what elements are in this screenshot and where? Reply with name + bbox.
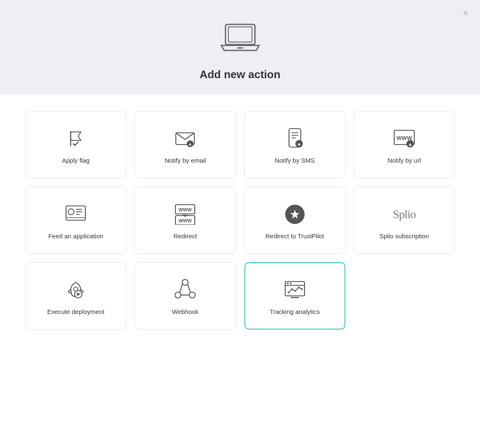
action-label-execute-deployment: Execute deployment [47,307,104,316]
action-card-apply-flag[interactable]: Apply flag [25,111,126,178]
add-action-modal: Add new action × Apply flag [0,0,480,448]
action-card-feed-application[interactable]: Feed an application [25,187,126,254]
action-label-redirect-trustpilot: Redirect to TrustPilot [265,232,324,240]
feed-icon [64,203,87,226]
modal-body: Apply flag ▲ Notify by email [0,94,480,448]
action-label-redirect: Redirect [173,232,197,240]
action-label-notify-email: Notify by email [164,156,206,165]
action-card-redirect-trustpilot[interactable]: Redirect to TrustPilot [244,187,345,254]
url-icon: WWW ▲ [392,127,416,150]
action-card-notify-email[interactable]: ▲ Notify by email [135,111,236,178]
laptop-icon [219,21,261,56]
action-card-redirect[interactable]: WWW WWW Redirect [135,187,236,254]
svg-point-34 [182,279,188,285]
svg-point-46 [294,290,296,292]
svg-point-45 [291,288,293,290]
svg-text:▲: ▲ [188,142,192,146]
action-label-tracking-analytics: Tracking analytics [270,307,320,316]
sms-icon: ▲ [285,127,305,150]
svg-point-44 [288,292,289,293]
redirect-icon: WWW WWW [174,203,196,226]
modal-title: Add new action [199,68,280,81]
action-label-apply-flag: Apply flag [62,156,90,165]
svg-point-43 [290,282,292,284]
action-card-notify-url[interactable]: WWW ▲ Notify by url [354,111,455,178]
action-card-webhook[interactable]: Webhook [135,262,236,329]
action-label-splio: Splio subscription [379,232,429,240]
actions-grid: Apply flag ▲ Notify by email [25,111,455,329]
trustpilot-icon [285,203,305,226]
action-label-webhook: Webhook [172,307,199,316]
svg-point-35 [175,292,181,298]
tracking-icon [284,279,306,301]
action-card-tracking-analytics[interactable]: Tracking analytics [244,262,345,329]
email-icon: ▲ [174,127,196,150]
webhook-icon [174,279,196,301]
close-button[interactable]: × [463,8,468,18]
action-card-splio[interactable]: Splio Splio subscription [354,187,455,254]
svg-text:▲: ▲ [297,141,301,146]
svg-text:WWW: WWW [179,218,192,223]
deployment-icon [65,279,87,301]
svg-rect-0 [225,24,255,45]
action-label-notify-sms: Notify by SMS [275,156,315,165]
action-label-feed-application: Feed an application [48,232,103,240]
svg-line-38 [188,284,191,293]
svg-point-48 [301,288,303,290]
modal-header: Add new action × [0,0,480,94]
action-card-notify-sms[interactable]: ▲ Notify by SMS [244,111,345,178]
svg-rect-1 [228,27,252,42]
svg-point-18 [68,209,74,215]
action-label-notify-url: Notify by url [387,156,421,165]
svg-text:▲: ▲ [408,141,412,146]
svg-point-47 [298,287,300,288]
svg-text:WWW: WWW [179,207,192,212]
svg-point-42 [287,282,289,284]
svg-line-37 [180,284,183,293]
splio-icon: Splio [393,203,416,226]
action-card-execute-deployment[interactable]: Execute deployment [25,262,126,329]
flag-icon [66,127,86,150]
svg-point-36 [189,292,195,298]
svg-rect-17 [66,206,85,220]
